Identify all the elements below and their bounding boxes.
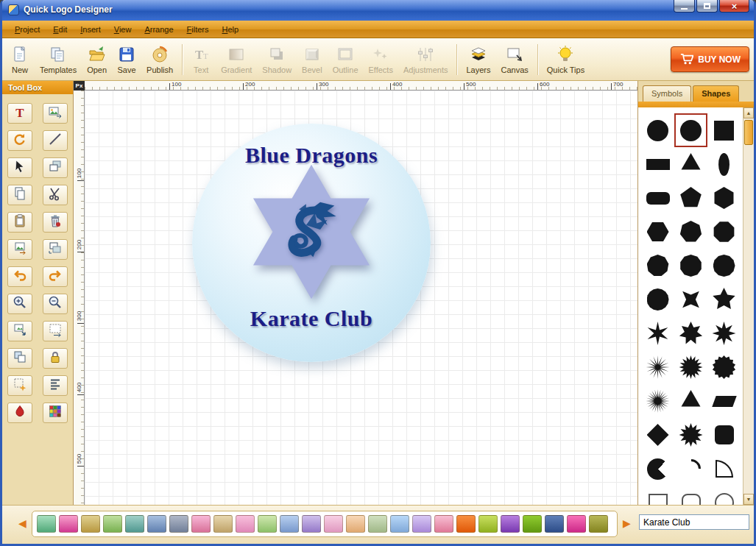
menu-item-filters[interactable]: Filters	[180, 22, 216, 37]
color-swatch-7[interactable]	[191, 515, 211, 533]
color-swatch-14[interactable]	[346, 515, 365, 533]
logo-bottom-text[interactable]: Karate Club	[192, 306, 431, 331]
shape-scalloped-circle[interactable]	[707, 350, 741, 384]
shape-hexagon[interactable]	[707, 181, 741, 215]
shapes-scrollbar[interactable]: ▲ ▼	[743, 107, 754, 505]
shape-four-point-star[interactable]	[674, 283, 707, 316]
color-swatch-21[interactable]	[501, 515, 520, 533]
toolbar-button-quick-tips[interactable]: Quick Tips	[543, 43, 589, 77]
shape-dodecagon[interactable]	[707, 249, 741, 283]
menu-item-edit[interactable]: Edit	[46, 22, 74, 37]
tab-shapes[interactable]: Shapes	[693, 85, 739, 102]
menu-item-help[interactable]: Help	[216, 22, 246, 37]
shape-rounded-rectangle[interactable]	[641, 181, 674, 215]
color-swatch-1[interactable]	[59, 515, 78, 533]
shape-ellipse[interactable]	[674, 113, 707, 147]
shape-outlined-circle[interactable]	[707, 486, 741, 505]
tool-insert-image[interactable]	[43, 103, 68, 124]
shape-starburst[interactable]	[641, 384, 674, 418]
shape-hexagon-flat[interactable]	[641, 215, 674, 249]
minimize-button[interactable]	[674, 0, 695, 13]
tool-resize-image[interactable]	[7, 321, 32, 341]
color-swatch-8[interactable]	[213, 515, 233, 533]
color-swatch-25[interactable]	[589, 515, 608, 533]
shape-quarter-fan[interactable]	[707, 452, 741, 486]
toolbar-button-new[interactable]: New	[6, 43, 34, 77]
tool-undo[interactable]	[7, 266, 32, 287]
tool-copy[interactable]	[7, 185, 32, 205]
tool-paste[interactable]	[7, 212, 32, 233]
color-swatch-6[interactable]	[169, 515, 188, 533]
tool-align[interactable]	[43, 375, 68, 396]
toolbar-button-publish[interactable]: Publish	[142, 43, 177, 77]
tool-resize-canvas[interactable]	[43, 321, 68, 341]
shape-torn-rectangle[interactable]	[641, 486, 674, 505]
logo-name-input[interactable]	[639, 514, 749, 530]
shape-decagon[interactable]	[674, 249, 707, 283]
maximize-button[interactable]	[696, 0, 718, 13]
tool-rotate[interactable]	[7, 130, 32, 151]
shape-octagon[interactable]	[707, 215, 741, 249]
tool-bring-to-front[interactable]	[43, 157, 68, 178]
tool-zoom-out[interactable]	[43, 294, 68, 314]
shape-rounded-outline[interactable]	[674, 486, 707, 505]
color-swatch-20[interactable]	[478, 515, 498, 533]
color-swatch-24[interactable]	[567, 515, 586, 533]
shape-triangle[interactable]	[674, 147, 707, 181]
shape-arc[interactable]	[674, 452, 707, 486]
scroll-up-button[interactable]: ▲	[743, 107, 754, 118]
tool-lock[interactable]	[43, 348, 68, 369]
scroll-down-button[interactable]: ▼	[743, 494, 754, 505]
shape-vertical-ellipse[interactable]	[707, 147, 741, 181]
shape-twelve-point-burst[interactable]	[674, 418, 707, 452]
color-swatch-10[interactable]	[258, 515, 277, 533]
shape-pentagon[interactable]	[674, 181, 707, 215]
color-swatch-12[interactable]	[302, 515, 321, 533]
menu-item-arrange[interactable]: Arrange	[138, 22, 180, 37]
color-swatch-4[interactable]	[125, 515, 144, 533]
close-button[interactable]: ×	[719, 0, 749, 13]
color-swatch-16[interactable]	[390, 515, 409, 533]
shape-parallelogram[interactable]	[707, 384, 741, 418]
color-swatch-2[interactable]	[81, 515, 100, 533]
tool-text[interactable]: T	[7, 103, 32, 124]
scrollbar-thumb[interactable]	[744, 120, 753, 145]
tool-send-to-back[interactable]	[43, 239, 68, 260]
shape-six-point-star[interactable]	[641, 316, 674, 350]
color-swatch-15[interactable]	[368, 515, 387, 533]
toolbar-button-layers[interactable]: Layers	[462, 43, 495, 77]
shape-circle[interactable]	[641, 113, 674, 147]
shape-pie[interactable]	[641, 452, 674, 486]
toolbar-button-templates[interactable]: Templates	[35, 43, 81, 77]
color-swatch-5[interactable]	[147, 515, 166, 533]
shape-heptagon[interactable]	[674, 215, 707, 249]
color-swatch-11[interactable]	[280, 515, 299, 533]
shape-rectangle[interactable]	[641, 147, 674, 181]
shape-hexadecagon[interactable]	[641, 283, 674, 316]
tab-symbols[interactable]: Symbols	[643, 85, 691, 102]
buy-now-button[interactable]: BUY NOW	[671, 46, 749, 72]
shape-eight-point-star[interactable]	[707, 316, 741, 350]
logo-artwork[interactable]: Blue Dragons Karate Club	[192, 124, 431, 362]
color-swatch-18[interactable]	[434, 515, 453, 533]
shape-sixteen-point-star[interactable]	[641, 350, 674, 384]
shape-five-point-star[interactable]	[707, 283, 741, 316]
tool-line[interactable]	[43, 130, 68, 151]
swatch-scroll-right[interactable]: ▶	[623, 518, 631, 528]
shape-diamond[interactable]	[641, 418, 674, 452]
color-swatch-17[interactable]	[412, 515, 431, 533]
shape-rounded-triangle[interactable]	[674, 384, 707, 418]
tool-color-fill[interactable]	[7, 403, 32, 423]
tool-cut[interactable]	[43, 185, 68, 205]
menu-item-project[interactable]: Project	[8, 22, 46, 37]
color-swatch-3[interactable]	[103, 515, 122, 533]
color-swatch-0[interactable]	[37, 515, 56, 533]
shape-sunburst[interactable]	[674, 350, 707, 384]
menu-item-insert[interactable]: Insert	[74, 22, 107, 37]
shape-nonagon[interactable]	[641, 249, 674, 283]
tool-redo[interactable]	[43, 266, 68, 287]
menu-item-view[interactable]: View	[107, 22, 138, 37]
tool-zoom-in[interactable]	[7, 294, 32, 314]
shape-rounded-square[interactable]	[707, 418, 741, 452]
logo-top-text[interactable]: Blue Dragons	[192, 143, 431, 168]
